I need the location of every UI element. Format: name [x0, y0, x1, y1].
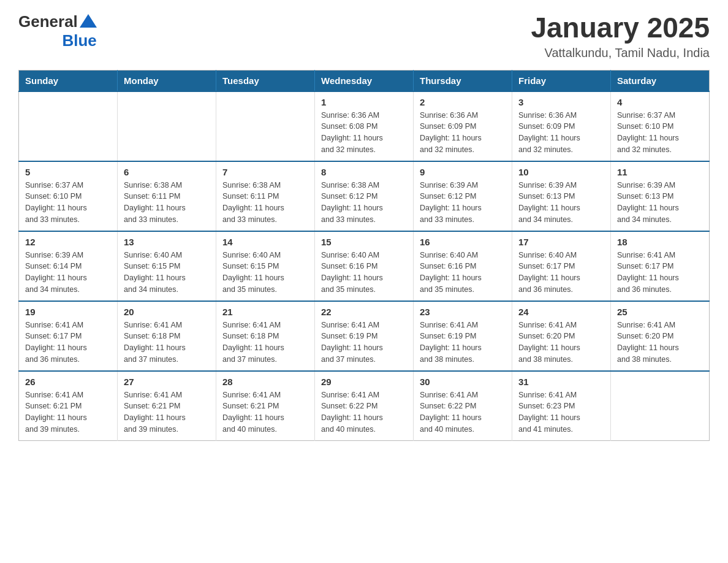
calendar-table: SundayMondayTuesdayWednesdayThursdayFrid… — [18, 70, 710, 441]
day-number: 5 — [25, 167, 111, 177]
day-number: 31 — [518, 377, 604, 387]
day-number: 25 — [617, 307, 703, 317]
day-number: 4 — [617, 97, 703, 107]
calendar-cell — [19, 91, 118, 161]
calendar-cell: 6Sunrise: 6:38 AMSunset: 6:11 PMDaylight… — [118, 161, 216, 231]
calendar-week-row: 1Sunrise: 6:36 AMSunset: 6:08 PMDaylight… — [19, 91, 710, 161]
day-info: Sunrise: 6:41 AMSunset: 6:18 PMDaylight:… — [124, 320, 210, 366]
calendar-header-monday: Monday — [118, 70, 216, 91]
day-number: 8 — [321, 167, 407, 177]
day-number: 29 — [321, 377, 407, 387]
calendar-cell — [611, 371, 710, 441]
day-info: Sunrise: 6:41 AMSunset: 6:19 PMDaylight:… — [420, 320, 506, 366]
day-number: 28 — [222, 377, 308, 387]
day-number: 22 — [321, 307, 407, 317]
day-info: Sunrise: 6:39 AMSunset: 6:14 PMDaylight:… — [25, 250, 111, 296]
calendar-cell: 29Sunrise: 6:41 AMSunset: 6:22 PMDayligh… — [315, 371, 414, 441]
day-info: Sunrise: 6:41 AMSunset: 6:22 PMDaylight:… — [321, 389, 407, 435]
calendar-cell — [118, 91, 216, 161]
day-number: 9 — [420, 167, 506, 177]
day-info: Sunrise: 6:38 AMSunset: 6:11 PMDaylight:… — [222, 180, 308, 226]
page-header: General Blue January 2025 Vattalkundu, T… — [18, 12, 710, 60]
day-number: 21 — [222, 307, 308, 317]
calendar-cell: 14Sunrise: 6:40 AMSunset: 6:15 PMDayligh… — [216, 231, 315, 301]
calendar-cell: 5Sunrise: 6:37 AMSunset: 6:10 PMDaylight… — [19, 161, 118, 231]
calendar-week-row: 19Sunrise: 6:41 AMSunset: 6:17 PMDayligh… — [19, 301, 710, 371]
day-info: Sunrise: 6:40 AMSunset: 6:15 PMDaylight:… — [222, 250, 308, 296]
day-info: Sunrise: 6:41 AMSunset: 6:21 PMDaylight:… — [124, 389, 210, 435]
day-info: Sunrise: 6:40 AMSunset: 6:15 PMDaylight:… — [124, 250, 210, 296]
day-info: Sunrise: 6:39 AMSunset: 6:13 PMDaylight:… — [518, 180, 604, 226]
calendar-cell: 19Sunrise: 6:41 AMSunset: 6:17 PMDayligh… — [19, 301, 118, 371]
day-number: 24 — [518, 307, 604, 317]
day-number: 17 — [518, 237, 604, 247]
calendar-cell: 31Sunrise: 6:41 AMSunset: 6:23 PMDayligh… — [512, 371, 611, 441]
calendar-cell — [216, 91, 315, 161]
calendar-cell: 17Sunrise: 6:40 AMSunset: 6:17 PMDayligh… — [512, 231, 611, 301]
day-number: 30 — [420, 377, 506, 387]
day-info: Sunrise: 6:37 AMSunset: 6:10 PMDaylight:… — [25, 180, 111, 226]
day-info: Sunrise: 6:41 AMSunset: 6:17 PMDaylight:… — [617, 250, 703, 296]
day-info: Sunrise: 6:41 AMSunset: 6:21 PMDaylight:… — [222, 389, 308, 435]
day-info: Sunrise: 6:41 AMSunset: 6:17 PMDaylight:… — [25, 320, 111, 366]
calendar-cell: 30Sunrise: 6:41 AMSunset: 6:22 PMDayligh… — [414, 371, 512, 441]
day-number: 27 — [124, 377, 210, 387]
calendar-cell: 2Sunrise: 6:36 AMSunset: 6:09 PMDaylight… — [414, 91, 512, 161]
day-number: 12 — [25, 237, 111, 247]
day-number: 20 — [124, 307, 210, 317]
calendar-cell: 4Sunrise: 6:37 AMSunset: 6:10 PMDaylight… — [611, 91, 710, 161]
day-info: Sunrise: 6:39 AMSunset: 6:12 PMDaylight:… — [420, 180, 506, 226]
calendar-cell: 10Sunrise: 6:39 AMSunset: 6:13 PMDayligh… — [512, 161, 611, 231]
day-number: 23 — [420, 307, 506, 317]
day-number: 7 — [222, 167, 308, 177]
calendar-cell: 16Sunrise: 6:40 AMSunset: 6:16 PMDayligh… — [414, 231, 512, 301]
calendar-title: January 2025 — [531, 12, 710, 44]
day-number: 15 — [321, 237, 407, 247]
calendar-title-block: January 2025 Vattalkundu, Tamil Nadu, In… — [531, 12, 710, 60]
calendar-cell: 11Sunrise: 6:39 AMSunset: 6:13 PMDayligh… — [611, 161, 710, 231]
calendar-header-saturday: Saturday — [611, 70, 710, 91]
day-info: Sunrise: 6:41 AMSunset: 6:18 PMDaylight:… — [222, 320, 308, 366]
calendar-cell: 3Sunrise: 6:36 AMSunset: 6:09 PMDaylight… — [512, 91, 611, 161]
day-info: Sunrise: 6:39 AMSunset: 6:13 PMDaylight:… — [617, 180, 703, 226]
calendar-cell: 8Sunrise: 6:38 AMSunset: 6:12 PMDaylight… — [315, 161, 414, 231]
day-info: Sunrise: 6:41 AMSunset: 6:20 PMDaylight:… — [617, 320, 703, 366]
calendar-week-row: 26Sunrise: 6:41 AMSunset: 6:21 PMDayligh… — [19, 371, 710, 441]
calendar-cell: 26Sunrise: 6:41 AMSunset: 6:21 PMDayligh… — [19, 371, 118, 441]
calendar-cell: 24Sunrise: 6:41 AMSunset: 6:20 PMDayligh… — [512, 301, 611, 371]
calendar-cell: 20Sunrise: 6:41 AMSunset: 6:18 PMDayligh… — [118, 301, 216, 371]
calendar-week-row: 12Sunrise: 6:39 AMSunset: 6:14 PMDayligh… — [19, 231, 710, 301]
day-number: 14 — [222, 237, 308, 247]
calendar-cell: 13Sunrise: 6:40 AMSunset: 6:15 PMDayligh… — [118, 231, 216, 301]
logo-blue-text: Blue — [62, 31, 96, 50]
calendar-cell: 18Sunrise: 6:41 AMSunset: 6:17 PMDayligh… — [611, 231, 710, 301]
day-number: 16 — [420, 237, 506, 247]
logo-triangle-icon — [80, 14, 97, 28]
calendar-header-row: SundayMondayTuesdayWednesdayThursdayFrid… — [19, 70, 710, 91]
day-info: Sunrise: 6:40 AMSunset: 6:16 PMDaylight:… — [321, 250, 407, 296]
calendar-week-row: 5Sunrise: 6:37 AMSunset: 6:10 PMDaylight… — [19, 161, 710, 231]
calendar-cell: 1Sunrise: 6:36 AMSunset: 6:08 PMDaylight… — [315, 91, 414, 161]
day-info: Sunrise: 6:37 AMSunset: 6:10 PMDaylight:… — [617, 110, 703, 156]
day-info: Sunrise: 6:40 AMSunset: 6:16 PMDaylight:… — [420, 250, 506, 296]
day-number: 10 — [518, 167, 604, 177]
calendar-cell: 25Sunrise: 6:41 AMSunset: 6:20 PMDayligh… — [611, 301, 710, 371]
day-info: Sunrise: 6:38 AMSunset: 6:11 PMDaylight:… — [124, 180, 210, 226]
calendar-cell: 22Sunrise: 6:41 AMSunset: 6:19 PMDayligh… — [315, 301, 414, 371]
day-number: 26 — [25, 377, 111, 387]
calendar-cell: 12Sunrise: 6:39 AMSunset: 6:14 PMDayligh… — [19, 231, 118, 301]
day-info: Sunrise: 6:36 AMSunset: 6:09 PMDaylight:… — [420, 110, 506, 156]
day-info: Sunrise: 6:36 AMSunset: 6:08 PMDaylight:… — [321, 110, 407, 156]
day-number: 13 — [124, 237, 210, 247]
day-number: 1 — [321, 97, 407, 107]
calendar-cell: 7Sunrise: 6:38 AMSunset: 6:11 PMDaylight… — [216, 161, 315, 231]
calendar-cell: 9Sunrise: 6:39 AMSunset: 6:12 PMDaylight… — [414, 161, 512, 231]
day-info: Sunrise: 6:41 AMSunset: 6:19 PMDaylight:… — [321, 320, 407, 366]
calendar-cell: 23Sunrise: 6:41 AMSunset: 6:19 PMDayligh… — [414, 301, 512, 371]
day-info: Sunrise: 6:41 AMSunset: 6:23 PMDaylight:… — [518, 389, 604, 435]
day-info: Sunrise: 6:41 AMSunset: 6:21 PMDaylight:… — [25, 389, 111, 435]
day-number: 6 — [124, 167, 210, 177]
calendar-cell: 28Sunrise: 6:41 AMSunset: 6:21 PMDayligh… — [216, 371, 315, 441]
calendar-header-thursday: Thursday — [414, 70, 512, 91]
logo-general-text: General — [18, 12, 78, 31]
